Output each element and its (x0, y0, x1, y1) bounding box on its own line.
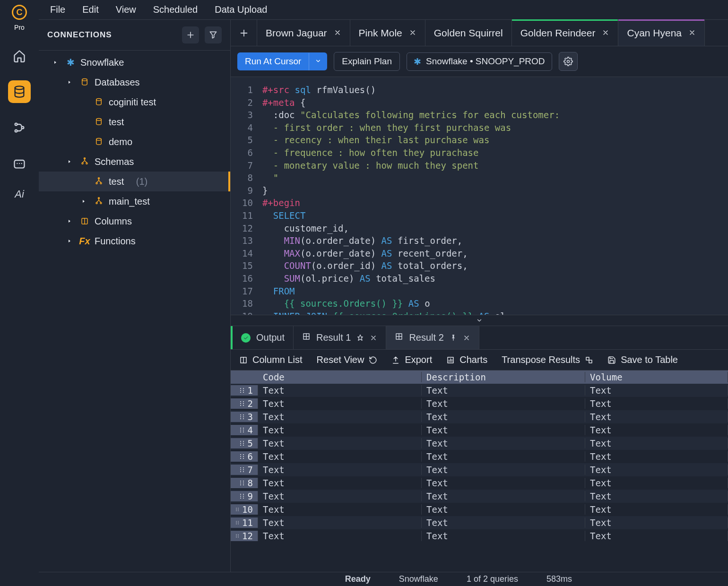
menu-file[interactable]: File (50, 4, 65, 15)
cell[interactable]: Text (422, 425, 585, 435)
explain-plan-button[interactable]: Explain Plan (334, 52, 400, 71)
tree-schema-test[interactable]: test (1) (39, 172, 230, 191)
connection-selector[interactable]: ✱ Snowflake • SNOOPY_PROD (407, 52, 552, 71)
charts-button[interactable]: Charts (446, 354, 487, 365)
tree-db-coginiti[interactable]: coginiti test (39, 92, 230, 112)
cell[interactable]: Text (585, 451, 728, 462)
home-icon[interactable] (8, 44, 31, 67)
cell[interactable]: Text (258, 504, 422, 515)
table-row[interactable]: 5TextTextText (231, 437, 728, 450)
cell[interactable]: Text (422, 491, 585, 501)
cell[interactable]: Text (585, 504, 728, 515)
new-tab-button[interactable] (231, 20, 257, 46)
cell[interactable]: Text (585, 438, 728, 448)
table-row[interactable]: 3TextTextText (231, 410, 728, 423)
results-tab-result1[interactable]: Result 1 (294, 326, 386, 349)
table-row[interactable]: 9TextTextText (231, 490, 728, 503)
cell[interactable]: Text (422, 398, 585, 409)
code-editor[interactable]: 1234567891011121314151617181920212223 #+… (231, 77, 728, 315)
column-header[interactable]: Description (422, 372, 585, 382)
results-tab-result2[interactable]: Result 2 (386, 326, 479, 349)
close-icon[interactable] (334, 27, 341, 39)
cell[interactable]: Text (258, 531, 422, 541)
column-header[interactable]: Volume (585, 372, 728, 382)
table-row[interactable]: 4TextTextText (231, 423, 728, 437)
table-row[interactable]: 12TextTextText (231, 529, 728, 543)
results-splitter[interactable] (231, 315, 728, 326)
reset-view-button[interactable]: Reset View (317, 354, 378, 365)
table-row[interactable]: 2TextTextText (231, 397, 728, 410)
tree-db-test[interactable]: test (39, 112, 230, 132)
column-list-button[interactable]: Column List (239, 354, 303, 365)
pin-icon[interactable] (356, 334, 364, 342)
tree-functions[interactable]: Fx Functions (39, 231, 230, 251)
cell[interactable]: Text (585, 491, 728, 501)
transpose-button[interactable]: Transpose Results (502, 354, 593, 365)
cell[interactable]: Text (422, 438, 585, 448)
database-icon[interactable] (8, 80, 31, 103)
cell[interactable]: Text (258, 517, 422, 528)
tab-golden-squirrel[interactable]: Golden Squirrel (425, 20, 512, 46)
cell[interactable]: Text (258, 385, 422, 396)
results-tab-output[interactable]: Output (231, 326, 294, 349)
menu-edit[interactable]: Edit (82, 4, 98, 15)
cell[interactable]: Text (422, 531, 585, 541)
cell[interactable]: Text (258, 425, 422, 435)
cell[interactable]: Text (258, 465, 422, 475)
cell[interactable]: Text (422, 385, 585, 396)
cell[interactable]: Text (258, 478, 422, 488)
save-to-table-button[interactable]: Save to Table (607, 354, 678, 365)
tree-snowflake[interactable]: ✱ Snowflake (39, 52, 230, 72)
branch-icon[interactable] (8, 116, 31, 139)
cell[interactable]: Text (585, 517, 728, 528)
tree-schema-main-test[interactable]: main_test (39, 191, 230, 211)
add-connection-button[interactable] (182, 26, 199, 43)
cell[interactable]: Text (258, 398, 422, 409)
tab-brown-jaguar[interactable]: Brown Jaguar (257, 20, 350, 46)
cell[interactable]: Text (258, 451, 422, 462)
cell[interactable]: Text (585, 465, 728, 475)
results-grid[interactable]: CodeDescriptionVolume1TextTextText2TextT… (231, 371, 728, 572)
tab-pink-mole[interactable]: Pink Mole (350, 20, 425, 46)
settings-button[interactable] (559, 52, 578, 71)
table-row[interactable]: 6TextTextText (231, 450, 728, 463)
table-row[interactable]: 7TextTextText (231, 463, 728, 476)
cell[interactable]: Text (585, 385, 728, 396)
tree-schemas[interactable]: Schemas (39, 152, 230, 172)
cell[interactable]: Text (585, 531, 728, 541)
column-header[interactable]: Code (258, 372, 422, 382)
table-row[interactable]: 10TextTextText (231, 503, 728, 516)
menu-view[interactable]: View (116, 4, 136, 15)
cell[interactable]: Text (585, 425, 728, 435)
cell[interactable]: Text (258, 491, 422, 501)
close-icon[interactable] (463, 334, 470, 342)
cell[interactable]: Text (422, 517, 585, 528)
table-row[interactable]: 11TextTextText (231, 516, 728, 529)
ai-button[interactable]: Ai (15, 188, 24, 200)
tree-databases[interactable]: Databases (39, 72, 230, 92)
close-icon[interactable] (688, 27, 696, 39)
run-dropdown[interactable] (309, 53, 327, 70)
export-button[interactable]: Export (391, 354, 432, 365)
close-icon[interactable] (370, 334, 377, 342)
cell[interactable]: Text (585, 478, 728, 488)
table-row[interactable]: 8TextTextText (231, 476, 728, 490)
cell[interactable]: Text (422, 412, 585, 422)
run-at-cursor-button[interactable]: Run At Cursor (237, 52, 327, 70)
cell[interactable]: Text (422, 465, 585, 475)
close-icon[interactable] (602, 27, 609, 39)
cell[interactable]: Text (585, 398, 728, 409)
filter-connections-button[interactable] (205, 26, 222, 43)
cell[interactable]: Text (258, 412, 422, 422)
tab-golden-reindeer[interactable]: Golden Reindeer (512, 20, 619, 46)
cell[interactable]: Text (258, 438, 422, 448)
tree-columns[interactable]: Columns (39, 211, 230, 231)
tree-db-demo[interactable]: demo (39, 132, 230, 152)
close-icon[interactable] (409, 27, 416, 39)
table-row[interactable]: 1TextTextText (231, 384, 728, 397)
assets-icon[interactable] (8, 152, 31, 175)
cell[interactable]: Text (422, 478, 585, 488)
tab-cyan-hyena[interactable]: Cyan Hyena (618, 20, 705, 46)
cell[interactable]: Text (585, 412, 728, 422)
cell[interactable]: Text (422, 504, 585, 515)
